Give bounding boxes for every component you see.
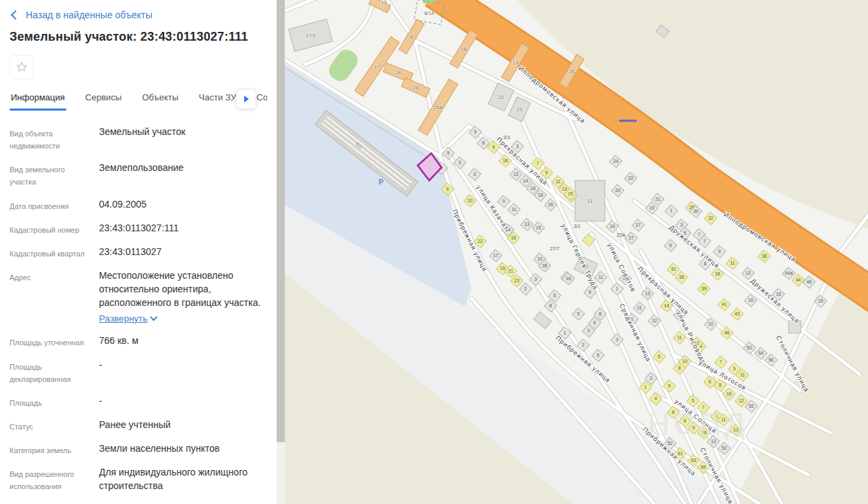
parcel-number: 12 bbox=[513, 172, 519, 176]
tab-1[interactable]: Сервисы bbox=[84, 90, 123, 111]
parcel-number: 10 bbox=[467, 198, 473, 203]
parcel-number: 52 bbox=[747, 345, 752, 350]
parcel-number: 10 bbox=[537, 256, 542, 261]
field-value: Земли населенных пунктов bbox=[99, 442, 220, 457]
parcel-number: 65 bbox=[701, 465, 706, 469]
parcel-number: 3 bbox=[516, 144, 519, 149]
parcel-number: 19 bbox=[500, 266, 505, 271]
parcel-number: 3 bbox=[587, 328, 590, 333]
parcel-number: 1 bbox=[670, 208, 673, 213]
field-label: Площадь уточненная bbox=[9, 334, 90, 349]
parcel-number: 28 bbox=[542, 263, 547, 268]
tab-2[interactable]: Объекты bbox=[140, 90, 180, 111]
parcel-number: 22 bbox=[628, 176, 633, 180]
parcel-number: 6 bbox=[446, 187, 449, 191]
map[interactable]: 618192617242825А17/111222312 253358633/3… bbox=[285, 0, 868, 504]
map-building: 23 bbox=[509, 97, 531, 121]
parcel-number: 15 bbox=[776, 292, 781, 296]
parcel-number: 22 bbox=[477, 239, 483, 244]
parcel-number: 12 bbox=[652, 318, 657, 323]
parcel-number: 8 bbox=[599, 311, 601, 316]
parcel-number: 11 bbox=[598, 275, 603, 279]
building-label: 11 bbox=[587, 198, 593, 204]
parcel-number: 54 bbox=[758, 351, 764, 355]
parcel-number: 13 bbox=[645, 291, 650, 296]
parcel-number: 16 bbox=[748, 298, 753, 303]
parcel-number: 3/1 bbox=[574, 223, 580, 229]
field-row: Дата присвоения04.09.2005 bbox=[9, 198, 267, 212]
field-value: Местоположение установлено относительно … bbox=[99, 269, 267, 326]
field-row: Вид объекта недвижимостиЗемельный участо… bbox=[9, 125, 267, 152]
parcel-number: 39 bbox=[701, 286, 707, 291]
parcel-number: 11 bbox=[511, 207, 516, 212]
parcel-number: 31 bbox=[671, 267, 676, 271]
parcel-number: 24 bbox=[613, 159, 618, 163]
tab-0[interactable]: Информация bbox=[9, 90, 66, 111]
parcel-number: 11 bbox=[740, 372, 745, 377]
field-label: Вид объекта недвижимости bbox=[9, 125, 90, 152]
field-value: - bbox=[99, 395, 102, 409]
parcel-number: 7 bbox=[536, 161, 539, 166]
field-value: Землепользование bbox=[99, 161, 184, 188]
map-label: Р bbox=[378, 178, 383, 186]
field-label: Дата присвоения bbox=[9, 198, 90, 212]
parcel-number: 21 bbox=[655, 197, 660, 201]
parcel-number: 5 bbox=[597, 353, 599, 357]
building-label: 17 bbox=[374, 64, 380, 70]
tabs-bar: ИнформацияСервисыОбъектыЧасти ЗУСоста bbox=[9, 90, 267, 111]
tabs-scroll-right-button[interactable] bbox=[236, 89, 256, 109]
parcel-number: 7 bbox=[698, 232, 701, 237]
parcel-number: 18 bbox=[715, 271, 720, 276]
field-label: Вид земельного участка bbox=[9, 161, 90, 188]
parcel-number: 10 bbox=[682, 359, 688, 364]
parcel-number: 20 bbox=[615, 188, 620, 193]
panel-scrollbar-thumb[interactable] bbox=[277, 0, 285, 442]
field-row: АдресМестоположение установлено относите… bbox=[9, 269, 267, 326]
favorite-button[interactable] bbox=[9, 55, 34, 79]
tab-3[interactable]: Части ЗУ bbox=[197, 90, 237, 111]
back-link-label: Назад в найденные объекты bbox=[26, 9, 152, 20]
parcel-number: 4 bbox=[654, 396, 657, 401]
parcel-number: 10 bbox=[708, 322, 713, 326]
field-label: Площадь bbox=[9, 395, 90, 409]
info-panel: Назад в найденные объекты Земельный учас… bbox=[0, 0, 277, 504]
expand-address-link[interactable]: Развернуть bbox=[99, 312, 157, 325]
parcel-number: 9 bbox=[545, 170, 548, 175]
parcel-number: 8 bbox=[549, 303, 552, 308]
building-label: 22 bbox=[498, 94, 504, 100]
panel-scrollbar[interactable] bbox=[277, 0, 285, 504]
parcel-number: 44 bbox=[795, 277, 801, 282]
tab-4[interactable]: Соста bbox=[255, 90, 267, 111]
parcel-number: 32 bbox=[708, 216, 713, 220]
parcel-number: 30 bbox=[693, 209, 698, 214]
parcel-number: 5 bbox=[692, 398, 694, 403]
map-label: 6/14 bbox=[425, 10, 435, 16]
building-label: 24 bbox=[395, 70, 401, 76]
parcel-number: 52 bbox=[722, 446, 727, 450]
parcel-number: 21 bbox=[508, 269, 513, 273]
building-label: 6 bbox=[410, 34, 413, 40]
field-value: Ранее учтенный bbox=[99, 419, 171, 433]
parcel-number: 3 bbox=[680, 222, 683, 227]
parcel-number: 12 bbox=[738, 398, 744, 403]
field-value: Для индивидуального жилищного строительс… bbox=[99, 466, 267, 493]
map-building: 11 bbox=[575, 180, 605, 221]
parcel-number: 25А bbox=[617, 232, 626, 238]
field-label: Адрес bbox=[9, 269, 90, 326]
parcel-number: 5 bbox=[658, 354, 660, 359]
parcel-number: 11 bbox=[555, 179, 560, 184]
back-link[interactable]: Назад в найденные объекты bbox=[11, 9, 267, 20]
parcel-number: 6 bbox=[669, 243, 672, 248]
expand-link-label: Развернуть bbox=[99, 312, 148, 325]
parcel-number: 15 bbox=[568, 191, 573, 196]
field-row: Кадастровый квартал23:43:0113027 bbox=[9, 246, 267, 260]
building-label: 19 bbox=[513, 60, 518, 66]
parcel-number: 11 bbox=[730, 260, 734, 265]
parcel-number: 26 bbox=[548, 202, 553, 207]
parcel-number: 6 bbox=[593, 320, 596, 325]
parcel-number: 7 bbox=[719, 360, 722, 364]
triangle-right-icon bbox=[244, 96, 249, 102]
parcel-number: 18 bbox=[538, 193, 543, 197]
page-title: Земельный участок: 23:43:0113027:111 bbox=[9, 30, 267, 44]
parcel-number: 52 bbox=[749, 404, 754, 408]
